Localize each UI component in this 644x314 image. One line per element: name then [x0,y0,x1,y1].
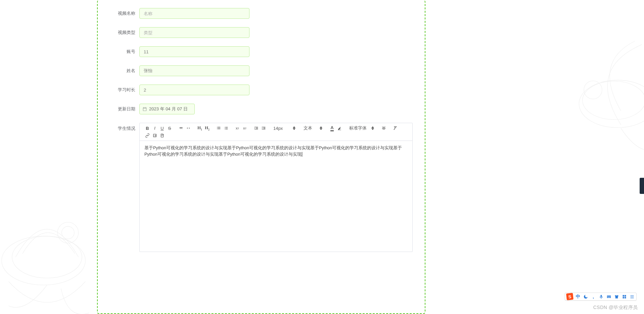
h2-button[interactable]: H2 [203,124,211,132]
strike-button[interactable]: S [166,124,173,132]
font-family-select[interactable]: 标准字体 [347,124,376,132]
quote-icon [179,126,183,130]
ol-icon [216,126,221,130]
indent-icon [261,126,266,130]
label-student-status: 学生情况 [109,123,139,132]
align-icon [381,126,386,130]
link-icon [145,133,150,138]
label-video-name: 视频名称 [109,10,139,16]
font-size-select[interactable]: 14px [271,124,297,132]
subscript-button[interactable]: x2 [234,124,241,132]
svg-point-4 [583,81,644,119]
ime-mic-icon[interactable] [598,294,604,300]
clear-format-button[interactable] [392,124,399,132]
input-update-date[interactable]: 2023 年 04 月 07 日 [139,104,195,114]
link-button[interactable] [144,132,151,139]
ime-tray: S 中 , [565,293,637,301]
editor-content-area[interactable]: 基于Python可视化的学习系统的设计与实现基于Python可视化的学习系统的设… [140,141,412,252]
font-size-value: 14px [273,126,283,131]
watermark-text: CSDN @毕业程序员 [593,305,638,311]
superscript-button[interactable]: x2 [241,124,248,132]
label-update-date: 更新日期 [109,106,139,112]
svg-point-6 [584,81,602,99]
highlight-icon [337,126,342,130]
rich-text-editor: B I U S H1 H2 [139,123,413,252]
svg-point-2 [57,222,78,243]
block-format-value: 文本 [304,125,312,131]
ime-settings-icon[interactable] [629,294,635,300]
underline-button[interactable]: U [158,124,166,132]
input-duration[interactable] [139,85,249,95]
svg-point-1 [2,236,86,285]
label-duration: 学习时长 [109,87,139,93]
ime-lang-button[interactable]: 中 [575,294,581,300]
bold-button[interactable]: B [144,124,151,132]
align-button[interactable] [380,124,387,132]
ordered-list-button[interactable] [215,124,222,132]
calendar-icon [142,107,147,111]
block-format-select[interactable]: 文本 [302,124,324,132]
outdent-icon [254,126,259,130]
input-account[interactable] [139,46,249,57]
code-icon [186,126,191,130]
ime-logo-icon[interactable]: S [566,293,573,300]
font-color-button[interactable]: A [328,124,336,132]
input-name[interactable] [139,65,249,76]
input-video-name[interactable] [139,8,249,19]
unordered-list-button[interactable] [222,124,230,132]
caret-icon [371,126,374,130]
svg-point-5 [579,80,644,127]
svg-point-3 [62,226,74,239]
image-button[interactable] [151,132,158,139]
form-panel: 视频名称 视频类型 账号 姓名 学习时长 更新日期 2023 年 04 月 07… [97,0,425,314]
blockquote-button[interactable] [177,124,185,132]
label-video-type: 视频类型 [109,30,139,36]
ul-icon [224,126,228,130]
bg-lotus-right [557,20,644,195]
indent-button[interactable] [260,124,267,132]
editor-content: 基于Python可视化的学习系统的设计与实现基于Python可视化的学习系统的设… [144,146,402,157]
input-video-type[interactable] [139,27,249,38]
save-button[interactable] [158,132,166,139]
outdent-button[interactable] [252,124,260,132]
save-icon [160,133,165,138]
editor-toolbar: B I U S H1 H2 [140,123,412,141]
feedback-tab[interactable] [640,178,644,194]
code-block-button[interactable] [185,124,192,132]
background-color-button[interactable] [336,124,343,132]
ime-skin-icon[interactable] [613,294,619,300]
clear-icon [393,126,398,130]
ime-tools-icon[interactable] [621,294,627,300]
font-family-value: 标准字体 [349,125,367,131]
bg-lotus-left [0,166,107,314]
svg-point-0 [12,236,82,278]
italic-button[interactable]: I [151,124,158,132]
ime-punct-button[interactable]: , [590,294,596,300]
ime-moon-icon[interactable] [583,294,589,300]
h1-button[interactable]: H1 [196,124,203,132]
label-name: 姓名 [109,68,139,74]
text-cursor [302,152,302,157]
caret-icon [293,126,295,130]
image-icon [152,133,157,138]
update-date-value: 2023 年 04 月 07 日 [149,104,188,114]
caret-icon [320,126,322,130]
ime-keyboard-icon[interactable] [606,294,612,300]
label-account: 账号 [109,49,139,55]
